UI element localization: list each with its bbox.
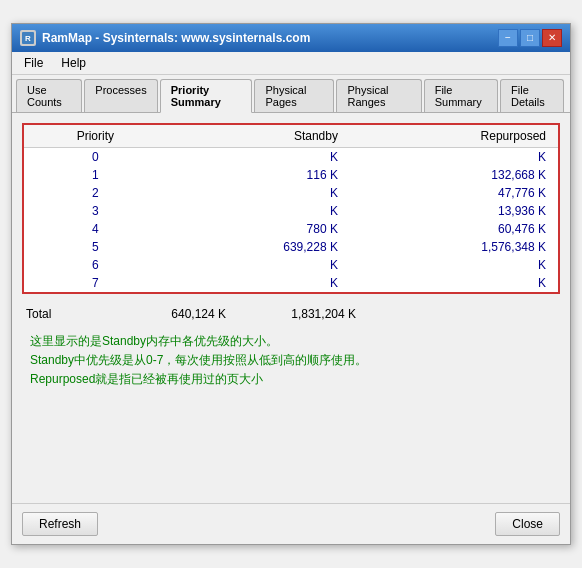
cell-standby-3: K <box>167 202 350 220</box>
col-header-standby: Standby <box>167 125 350 148</box>
col-header-priority: Priority <box>24 125 167 148</box>
title-bar-left: R RamMap - Sysinternals: www.sysinternal… <box>20 30 310 46</box>
cell-repurposed-7: K <box>350 274 558 292</box>
tab-file-summary[interactable]: File Summary <box>424 79 498 112</box>
window-close-button[interactable]: ✕ <box>542 29 562 47</box>
cell-standby-0: K <box>167 147 350 166</box>
cell-repurposed-0: K <box>350 147 558 166</box>
window-title: RamMap - Sysinternals: www.sysinternals.… <box>42 31 310 45</box>
tab-use-counts[interactable]: Use Counts <box>16 79 82 112</box>
total-standby: 640,124 K <box>106 307 226 321</box>
title-buttons: − □ ✕ <box>498 29 562 47</box>
table-row: 2K47,776 K <box>24 184 558 202</box>
cell-priority-1: 1 <box>24 166 167 184</box>
cell-repurposed-4: 60,476 K <box>350 220 558 238</box>
tab-priority-summary[interactable]: Priority Summary <box>160 79 253 113</box>
menu-bar: File Help <box>12 52 570 75</box>
table-row: 3K13,936 K <box>24 202 558 220</box>
table-row: 0KK <box>24 147 558 166</box>
description: 这里显示的是Standby内存中各优先级的大小。 Standby中优先级是从0-… <box>22 328 560 394</box>
cell-standby-1: 116 K <box>167 166 350 184</box>
app-icon: R <box>20 30 36 46</box>
cell-standby-6: K <box>167 256 350 274</box>
cell-priority-6: 6 <box>24 256 167 274</box>
bottom-bar: Refresh Close <box>12 503 570 544</box>
table-row: 5639,228 K1,576,348 K <box>24 238 558 256</box>
cell-standby-5: 639,228 K <box>167 238 350 256</box>
priority-table: Priority Standby Repurposed 0KK1116 K132… <box>24 125 558 292</box>
cell-priority-5: 5 <box>24 238 167 256</box>
tab-file-details[interactable]: File Details <box>500 79 564 112</box>
tab-physical-ranges[interactable]: Physical Ranges <box>336 79 421 112</box>
cell-priority-7: 7 <box>24 274 167 292</box>
total-row: Total 640,124 K 1,831,204 K <box>26 304 560 324</box>
refresh-button[interactable]: Refresh <box>22 512 98 536</box>
menu-file[interactable]: File <box>16 54 51 72</box>
tab-processes[interactable]: Processes <box>84 79 157 112</box>
minimize-button[interactable]: − <box>498 29 518 47</box>
tab-physical-pages[interactable]: Physical Pages <box>254 79 334 112</box>
table-row: 1116 K132,668 K <box>24 166 558 184</box>
cell-repurposed-3: 13,936 K <box>350 202 558 220</box>
table-row: 7KK <box>24 274 558 292</box>
main-window: R RamMap - Sysinternals: www.sysinternal… <box>11 23 571 546</box>
total-label: Total <box>26 307 106 321</box>
description-line3: Repurposed就是指已经被再使用过的页大小 <box>30 370 552 389</box>
data-table-container: Priority Standby Repurposed 0KK1116 K132… <box>22 123 560 294</box>
cell-priority-3: 3 <box>24 202 167 220</box>
cell-repurposed-2: 47,776 K <box>350 184 558 202</box>
cell-priority-0: 0 <box>24 147 167 166</box>
cell-repurposed-1: 132,668 K <box>350 166 558 184</box>
table-row: 4780 K60,476 K <box>24 220 558 238</box>
total-repurposed: 1,831,204 K <box>226 307 356 321</box>
description-line2: Standby中优先级是从0-7，每次使用按照从低到高的顺序使用。 <box>30 351 552 370</box>
cell-standby-2: K <box>167 184 350 202</box>
tabs-bar: Use Counts Processes Priority Summary Ph… <box>12 75 570 113</box>
table-row: 6KK <box>24 256 558 274</box>
cell-repurposed-5: 1,576,348 K <box>350 238 558 256</box>
cell-standby-4: 780 K <box>167 220 350 238</box>
cell-priority-4: 4 <box>24 220 167 238</box>
cell-standby-7: K <box>167 274 350 292</box>
maximize-button[interactable]: □ <box>520 29 540 47</box>
col-header-repurposed: Repurposed <box>350 125 558 148</box>
menu-help[interactable]: Help <box>53 54 94 72</box>
svg-text:R: R <box>25 34 31 43</box>
cell-repurposed-6: K <box>350 256 558 274</box>
description-line1: 这里显示的是Standby内存中各优先级的大小。 <box>30 332 552 351</box>
title-bar: R RamMap - Sysinternals: www.sysinternal… <box>12 24 570 52</box>
cell-priority-2: 2 <box>24 184 167 202</box>
close-button[interactable]: Close <box>495 512 560 536</box>
content-area: Priority Standby Repurposed 0KK1116 K132… <box>12 113 570 504</box>
